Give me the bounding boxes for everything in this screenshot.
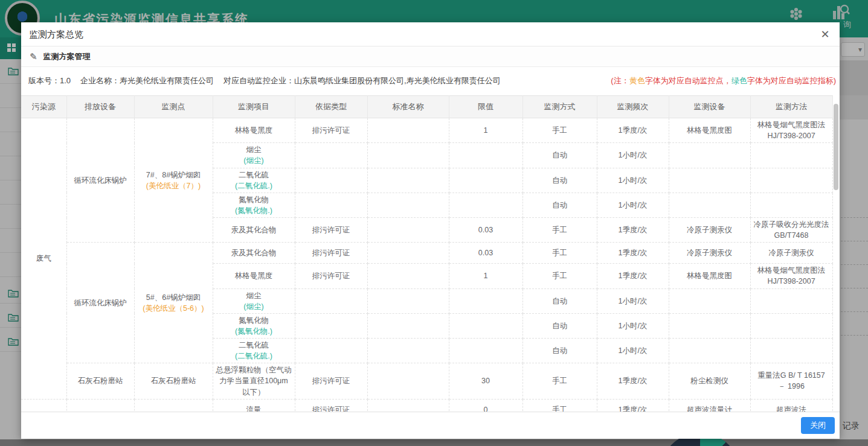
cell-mode: 手工: [522, 218, 597, 243]
cell-standard: [367, 193, 449, 217]
cell-basis: 排污许可证: [295, 363, 367, 399]
cell-mode: 自动: [522, 339, 597, 363]
page: 山东省污染源监测信息共享系统 询: [0, 0, 868, 446]
cell-method: [750, 193, 832, 217]
monitoring-table: 污染源 排放设备 监测点 监测项目 依据类型 标准名称 限值 监测方式 监测频次…: [21, 95, 833, 412]
cell-mode: 手工: [522, 264, 597, 288]
cell-mode: 自动: [522, 288, 597, 313]
cell-equipment: 循环流化床锅炉: [66, 243, 134, 363]
cell-standard: [367, 339, 449, 363]
cell-standard: [367, 218, 449, 243]
cell-project: 氮氧化物(氮氧化物.): [213, 193, 295, 217]
cell-basis: 排污许可证: [295, 118, 367, 143]
section-title: 监测方案管理: [43, 51, 91, 62]
cell-device: 冷原子测汞仪: [669, 243, 750, 264]
table-header-row: 污染源 排放设备 监测点 监测项目 依据类型 标准名称 限值 监测方式 监测频次…: [21, 96, 832, 118]
auto-indicator-tag: (烟尘): [216, 301, 292, 312]
cell-device: [669, 339, 750, 363]
col-frequency: 监测频次: [597, 96, 669, 118]
cell-mode: 手工: [522, 243, 597, 264]
cell-standard: [367, 399, 449, 412]
modal-title: 监测方案总览: [29, 29, 83, 40]
table-row: 废气 循环流化床锅炉 7#、8#锅炉烟囱(美伦纸业（7）) 林格曼黑度 排污许可…: [21, 118, 832, 143]
cell-frequency: 1小时/次: [597, 313, 669, 338]
cell-frequency: 1小时/次: [597, 288, 669, 313]
cell-project: 氮氧化物(氮氧化物.): [213, 313, 295, 338]
cell-mode: 自动: [522, 313, 597, 338]
version-label: 版本号：: [28, 76, 60, 85]
cell-project: 汞及其化合物: [213, 218, 295, 243]
cell-limit: 0.03: [449, 243, 522, 264]
cell-device: 冷原子测汞仪: [669, 218, 750, 243]
note-green: 绿色: [731, 76, 747, 85]
close-icon[interactable]: ✕: [818, 27, 832, 42]
cell-method: 冷原子吸收分光光度法GB/T7468: [750, 218, 832, 243]
cell-method: [750, 288, 832, 313]
cell-device: 林格曼黑度图: [669, 264, 750, 288]
cell-point: 7#、8#锅炉烟囱(美伦纸业（7）): [134, 118, 213, 243]
company-value: 寿光美伦纸业有限责任公司: [120, 76, 214, 85]
cell-mode: 手工: [522, 363, 597, 399]
cell-device: 超声波流量计: [669, 399, 750, 412]
cell-project: 二氧化硫(二氧化硫.): [213, 339, 295, 363]
cell-method: [750, 313, 832, 338]
cell-project: 烟尘(烟尘): [213, 143, 295, 168]
cell-standard: [367, 288, 449, 313]
col-point: 监测点: [134, 96, 213, 118]
cell-mode: 自动: [522, 193, 597, 217]
cell-limit: 1: [449, 118, 522, 143]
cell-frequency: 1季度/次: [597, 264, 669, 288]
auto-company-label: 对应自动监控企业：: [223, 76, 294, 85]
cell-basis: 排污许可证: [295, 399, 367, 412]
close-button[interactable]: 关闭: [801, 417, 835, 434]
cell-project: 林格曼黑度: [213, 264, 295, 288]
cell-limit: 0.03: [449, 218, 522, 243]
cell-basis: 排污许可证: [295, 218, 367, 243]
auto-indicator-tag: (氮氧化物.): [216, 326, 292, 337]
cell-limit: [449, 313, 522, 338]
table-row: 石灰石粉磨站 石灰石粉磨站 总悬浮颗粒物（空气动力学当量直径100μm以下） 排…: [21, 363, 832, 399]
cell-device: 粉尘检测仪: [669, 363, 750, 399]
cell-mode: 手工: [522, 399, 597, 412]
cell-basis: 排污许可证: [295, 243, 367, 264]
cell-basis: 排污许可证: [295, 264, 367, 288]
auto-indicator-tag: (氮氧化物.): [216, 205, 292, 216]
table-row: 循环流化床锅炉 5#、6#锅炉烟囱(美伦纸业（5-6）) 汞及其化合物 排污许可…: [21, 243, 832, 264]
auto-indicator-tag: (二氧化硫.): [216, 351, 292, 362]
cell-pollutant: [21, 399, 66, 412]
cell-pollutant: 废气: [21, 118, 66, 400]
auto-indicator-tag: (二氧化硫.): [216, 180, 292, 191]
cell-device: [669, 288, 750, 313]
monitoring-plan-modal: 监测方案总览 ✕ ✎ 监测方案管理 版本号：1.0企业名称：寿光美伦纸业有限责任…: [21, 22, 840, 439]
cell-mode: 手工: [522, 118, 597, 143]
cell-mode: 自动: [522, 168, 597, 193]
col-method: 监测方法: [750, 96, 832, 118]
plan-meta: 版本号：1.0企业名称：寿光美伦纸业有限责任公司对应自动监控企业：山东晨鸣纸业集…: [28, 75, 501, 86]
color-legend-note: (注：黄色字体为对应自动监控点，绿色字体为对应自动监控指标): [611, 75, 836, 86]
cell-device: [669, 143, 750, 168]
auto-point-tag: (美伦纸业（5-6）): [138, 303, 210, 314]
cell-basis: [295, 313, 367, 338]
auto-company-value: 山东晨鸣纸业集团股份有限公司,寿光美伦纸业有限责任公司: [294, 76, 501, 85]
cell-device: [669, 313, 750, 338]
cell-equipment: 循环流化床锅炉: [66, 118, 134, 243]
cell-frequency: 1小时/次: [597, 168, 669, 193]
cell-mode: 自动: [522, 143, 597, 168]
pen-icon: ✎: [30, 51, 37, 62]
col-pollutant: 污染源: [21, 96, 66, 118]
col-limit: 限值: [449, 96, 522, 118]
cell-method: [750, 339, 832, 363]
col-project: 监测项目: [213, 96, 295, 118]
cell-method: 林格曼烟气黑度图法HJ/T398-2007: [750, 118, 832, 143]
cell-frequency: 1季度/次: [597, 363, 669, 399]
vertical-scrollbar-thumb[interactable]: [834, 104, 838, 190]
cell-method: 冷原子测汞仪: [750, 243, 832, 264]
cell-limit: 1: [449, 264, 522, 288]
cell-frequency: 1小时/次: [597, 339, 669, 363]
cell-equipment: 石灰石粉磨站: [66, 363, 134, 399]
table-scroll-area[interactable]: 污染源 排放设备 监测点 监测项目 依据类型 标准名称 限值 监测方式 监测频次…: [21, 95, 840, 412]
cell-basis: [295, 288, 367, 313]
cell-point: 5#、6#锅炉烟囱(美伦纸业（5-6）): [134, 243, 213, 363]
col-basis: 依据类型: [295, 96, 367, 118]
cell-basis: [295, 168, 367, 193]
